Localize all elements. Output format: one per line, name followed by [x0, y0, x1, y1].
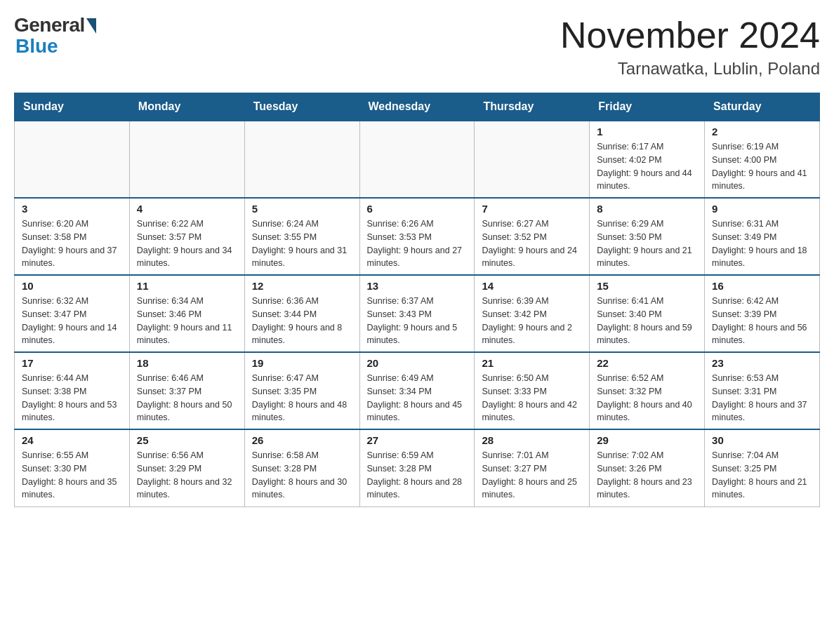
day-info: Sunrise: 6:36 AMSunset: 3:44 PMDaylight:…: [252, 295, 352, 347]
day-number: 26: [252, 434, 352, 446]
calendar-week-3: 10Sunrise: 6:32 AMSunset: 3:47 PMDayligh…: [15, 275, 820, 352]
calendar-cell: 27Sunrise: 6:59 AMSunset: 3:28 PMDayligh…: [359, 429, 475, 507]
calendar-cell: 30Sunrise: 7:04 AMSunset: 3:25 PMDayligh…: [705, 429, 820, 507]
calendar-cell: 7Sunrise: 6:27 AMSunset: 3:52 PMDaylight…: [475, 198, 590, 275]
day-number: 6: [367, 203, 468, 215]
day-number: 1: [597, 126, 697, 137]
day-number: 16: [712, 280, 812, 292]
day-info: Sunrise: 6:50 AMSunset: 3:33 PMDaylight:…: [482, 372, 582, 424]
calendar-cell: 26Sunrise: 6:58 AMSunset: 3:28 PMDayligh…: [244, 429, 359, 507]
day-info: Sunrise: 6:55 AMSunset: 3:30 PMDaylight:…: [22, 449, 122, 502]
day-number: 18: [137, 357, 237, 369]
day-info: Sunrise: 6:29 AMSunset: 3:50 PMDaylight:…: [597, 217, 697, 270]
day-info: Sunrise: 6:58 AMSunset: 3:28 PMDaylight:…: [252, 449, 352, 502]
day-number: 28: [482, 434, 582, 446]
day-info: Sunrise: 6:53 AMSunset: 3:31 PMDaylight:…: [712, 372, 812, 424]
day-number: 2: [712, 126, 812, 137]
calendar-cell: 14Sunrise: 6:39 AMSunset: 3:42 PMDayligh…: [475, 275, 590, 352]
month-title: November 2024: [560, 14, 820, 56]
title-block: November 2024 Tarnawatka, Lublin, Poland: [560, 14, 820, 79]
logo-general-text: General: [14, 14, 85, 36]
calendar-cell: 18Sunrise: 6:46 AMSunset: 3:37 PMDayligh…: [129, 352, 244, 429]
day-info: Sunrise: 6:52 AMSunset: 3:32 PMDaylight:…: [597, 372, 697, 424]
day-info: Sunrise: 6:17 AMSunset: 4:02 PMDaylight:…: [597, 140, 697, 193]
calendar-cell: 20Sunrise: 6:49 AMSunset: 3:34 PMDayligh…: [359, 352, 475, 429]
day-number: 7: [482, 203, 582, 215]
day-number: 23: [712, 357, 812, 369]
calendar-cell: 1Sunrise: 6:17 AMSunset: 4:02 PMDaylight…: [590, 121, 705, 198]
calendar-cell: 10Sunrise: 6:32 AMSunset: 3:47 PMDayligh…: [15, 275, 130, 352]
calendar-table: SundayMondayTuesdayWednesdayThursdayFrid…: [14, 93, 820, 507]
day-info: Sunrise: 6:22 AMSunset: 3:57 PMDaylight:…: [137, 217, 237, 270]
logo-arrow-icon: [86, 18, 96, 34]
day-number: 21: [482, 357, 582, 369]
day-number: 11: [137, 280, 237, 292]
calendar-cell: 23Sunrise: 6:53 AMSunset: 3:31 PMDayligh…: [705, 352, 820, 429]
day-number: 3: [22, 203, 122, 215]
day-number: 12: [252, 280, 352, 292]
calendar-cell: 21Sunrise: 6:50 AMSunset: 3:33 PMDayligh…: [475, 352, 590, 429]
calendar-cell: 2Sunrise: 6:19 AMSunset: 4:00 PMDaylight…: [705, 121, 820, 198]
day-number: 5: [252, 203, 352, 215]
day-number: 17: [22, 357, 122, 369]
calendar-cell: 24Sunrise: 6:55 AMSunset: 3:30 PMDayligh…: [15, 429, 130, 507]
day-number: 29: [597, 434, 697, 446]
calendar-cell: [244, 121, 359, 198]
day-info: Sunrise: 6:44 AMSunset: 3:38 PMDaylight:…: [22, 372, 122, 424]
calendar-cell: 29Sunrise: 7:02 AMSunset: 3:26 PMDayligh…: [590, 429, 705, 507]
calendar-cell: [15, 121, 130, 198]
day-info: Sunrise: 6:20 AMSunset: 3:58 PMDaylight:…: [22, 217, 122, 270]
calendar-cell: 8Sunrise: 6:29 AMSunset: 3:50 PMDaylight…: [590, 198, 705, 275]
calendar-cell: 15Sunrise: 6:41 AMSunset: 3:40 PMDayligh…: [590, 275, 705, 352]
weekday-header-friday: Friday: [590, 93, 705, 121]
calendar-cell: 25Sunrise: 6:56 AMSunset: 3:29 PMDayligh…: [129, 429, 244, 507]
day-info: Sunrise: 6:24 AMSunset: 3:55 PMDaylight:…: [252, 217, 352, 270]
calendar-cell: 9Sunrise: 6:31 AMSunset: 3:49 PMDaylight…: [705, 198, 820, 275]
day-info: Sunrise: 6:32 AMSunset: 3:47 PMDaylight:…: [22, 295, 122, 347]
calendar-week-1: 1Sunrise: 6:17 AMSunset: 4:02 PMDaylight…: [15, 121, 820, 198]
calendar-cell: 5Sunrise: 6:24 AMSunset: 3:55 PMDaylight…: [244, 198, 359, 275]
day-number: 13: [367, 280, 468, 292]
calendar-week-5: 24Sunrise: 6:55 AMSunset: 3:30 PMDayligh…: [15, 429, 820, 507]
calendar-cell: 6Sunrise: 6:26 AMSunset: 3:53 PMDaylight…: [359, 198, 475, 275]
day-info: Sunrise: 6:41 AMSunset: 3:40 PMDaylight:…: [597, 295, 697, 347]
calendar-week-4: 17Sunrise: 6:44 AMSunset: 3:38 PMDayligh…: [15, 352, 820, 429]
day-number: 24: [22, 434, 122, 446]
calendar-header-row: SundayMondayTuesdayWednesdayThursdayFrid…: [15, 93, 820, 121]
calendar-cell: [475, 121, 590, 198]
day-info: Sunrise: 6:56 AMSunset: 3:29 PMDaylight:…: [137, 449, 237, 502]
day-info: Sunrise: 6:27 AMSunset: 3:52 PMDaylight:…: [482, 217, 582, 270]
day-info: Sunrise: 7:02 AMSunset: 3:26 PMDaylight:…: [597, 449, 697, 502]
calendar-cell: 16Sunrise: 6:42 AMSunset: 3:39 PMDayligh…: [705, 275, 820, 352]
day-number: 27: [367, 434, 468, 446]
day-number: 10: [22, 280, 122, 292]
day-info: Sunrise: 6:59 AMSunset: 3:28 PMDaylight:…: [367, 449, 468, 502]
day-info: Sunrise: 6:26 AMSunset: 3:53 PMDaylight:…: [367, 217, 468, 270]
weekday-header-saturday: Saturday: [705, 93, 820, 121]
location-title: Tarnawatka, Lublin, Poland: [560, 59, 820, 79]
calendar-cell: 3Sunrise: 6:20 AMSunset: 3:58 PMDaylight…: [15, 198, 130, 275]
day-info: Sunrise: 7:04 AMSunset: 3:25 PMDaylight:…: [712, 449, 812, 502]
day-number: 9: [712, 203, 812, 215]
day-info: Sunrise: 7:01 AMSunset: 3:27 PMDaylight:…: [482, 449, 582, 502]
day-info: Sunrise: 6:49 AMSunset: 3:34 PMDaylight:…: [367, 372, 468, 424]
calendar-cell: 22Sunrise: 6:52 AMSunset: 3:32 PMDayligh…: [590, 352, 705, 429]
weekday-header-thursday: Thursday: [475, 93, 590, 121]
day-info: Sunrise: 6:37 AMSunset: 3:43 PMDaylight:…: [367, 295, 468, 347]
day-info: Sunrise: 6:39 AMSunset: 3:42 PMDaylight:…: [482, 295, 582, 347]
day-info: Sunrise: 6:19 AMSunset: 4:00 PMDaylight:…: [712, 140, 812, 193]
day-number: 25: [137, 434, 237, 446]
day-number: 19: [252, 357, 352, 369]
page-header: General Blue November 2024 Tarnawatka, L…: [14, 14, 820, 79]
day-info: Sunrise: 6:31 AMSunset: 3:49 PMDaylight:…: [712, 217, 812, 270]
weekday-header-wednesday: Wednesday: [359, 93, 475, 121]
calendar-cell: 12Sunrise: 6:36 AMSunset: 3:44 PMDayligh…: [244, 275, 359, 352]
day-info: Sunrise: 6:42 AMSunset: 3:39 PMDaylight:…: [712, 295, 812, 347]
calendar-cell: 17Sunrise: 6:44 AMSunset: 3:38 PMDayligh…: [15, 352, 130, 429]
calendar-cell: 28Sunrise: 7:01 AMSunset: 3:27 PMDayligh…: [475, 429, 590, 507]
weekday-header-tuesday: Tuesday: [244, 93, 359, 121]
calendar-cell: 19Sunrise: 6:47 AMSunset: 3:35 PMDayligh…: [244, 352, 359, 429]
calendar-week-2: 3Sunrise: 6:20 AMSunset: 3:58 PMDaylight…: [15, 198, 820, 275]
calendar-cell: [129, 121, 244, 198]
day-number: 20: [367, 357, 468, 369]
